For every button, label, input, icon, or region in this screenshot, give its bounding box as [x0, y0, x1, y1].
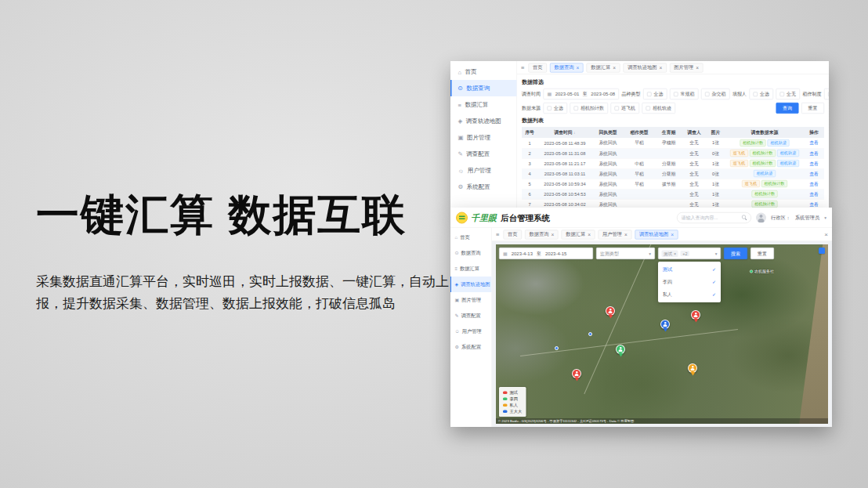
map-marker-yellow[interactable]	[688, 363, 698, 378]
lede: 一键汇算 数据互联 采集数据直通汇算平台，实时巡田，实时上报数据、一键汇算，自动…	[36, 186, 451, 314]
map-marker-green[interactable]	[616, 345, 626, 359]
view-link[interactable]: 查看	[809, 201, 819, 206]
filter-option[interactable]: 常规稻	[670, 89, 699, 99]
dropdown-option[interactable]: 测试✓	[658, 263, 721, 276]
list-section-title: 数据列表	[522, 117, 824, 124]
tab-data-calc[interactable]: 数据汇算×	[587, 63, 620, 72]
close-icon[interactable]: ×	[551, 232, 554, 237]
close-icon[interactable]: ×	[674, 251, 676, 256]
dropdown-option[interactable]: 私人✓	[658, 288, 721, 301]
source-tag: 巡飞机	[730, 150, 748, 157]
map-search-button[interactable]: 搜索	[724, 248, 747, 259]
filter-option[interactable]: 全选	[824, 89, 829, 99]
map-marker-red[interactable]	[572, 369, 582, 383]
close-icon[interactable]: ×	[624, 232, 627, 237]
sidebar-item-user-manage[interactable]: ☺用户管理	[450, 324, 492, 339]
chevron-down-icon[interactable]: ▾	[824, 215, 826, 221]
checkbox-icon	[574, 106, 579, 110]
search-input[interactable]	[681, 215, 742, 220]
sidebar-item-survey-config[interactable]: ✎调查配置	[450, 146, 517, 162]
close-icon[interactable]: ×	[613, 65, 616, 70]
map-marker-red[interactable]	[606, 306, 616, 320]
tab-track-map[interactable]: 调查轨迹地图×	[623, 63, 666, 72]
tab-data-query[interactable]: 数据查询×	[525, 230, 559, 239]
map-poi-icon[interactable]	[555, 346, 559, 350]
sidebar-item-image-manage[interactable]: ▣图片管理	[450, 292, 492, 308]
map-tool-icon[interactable]	[819, 248, 825, 254]
source-tag: 相机轨迹	[754, 170, 776, 177]
tab-data-calc[interactable]: 数据汇算×	[562, 230, 595, 239]
tab-home[interactable]: 首页	[503, 230, 522, 239]
source-tag: 相机轨迹	[777, 160, 799, 167]
sidebar-item-track-map[interactable]: ◈调查轨迹地图	[450, 277, 492, 292]
calc-icon: ≡	[455, 266, 458, 272]
legend-item: 王大大	[503, 408, 522, 414]
checkbox-icon	[548, 106, 552, 110]
date-range-input[interactable]: ▦ 2023-4-13 至 2023-4-15	[499, 248, 593, 259]
map-reset-button[interactable]: 重置	[750, 248, 774, 259]
view-link[interactable]: 查看	[809, 181, 819, 186]
global-search[interactable]	[677, 212, 751, 223]
map-icon: ◈	[458, 117, 463, 125]
table-row: 52023-05-08 10:59:34系统回执早稻拔节期全无1张 巡飞机相机拍…	[522, 179, 824, 189]
close-icon[interactable]: ×	[671, 232, 674, 237]
sidebar-item-user-manage[interactable]: ☺用户管理	[450, 162, 517, 179]
filter-option[interactable]: 相机拍计数	[570, 103, 609, 114]
pilot-multiselect[interactable]: 测试× +2 ▾	[658, 248, 721, 259]
date-range-input[interactable]: ▦ 2023-05-01 至 2023-05-08	[544, 89, 620, 99]
sidebar-item-track-map[interactable]: ◈调查轨迹地图	[450, 113, 517, 129]
sidebar-item-survey-config[interactable]: ✎调查配置	[450, 308, 492, 324]
filter-option[interactable]: 相机轨迹	[642, 103, 676, 114]
close-icon[interactable]: ×	[588, 232, 591, 237]
sidebar-item-home[interactable]: ⌂首页	[450, 230, 492, 245]
source-tag: 相机拍计数	[761, 180, 787, 187]
collapse-sidebar-icon[interactable]: ≡	[496, 231, 499, 238]
tab-data-query[interactable]: 数据查询×	[550, 63, 584, 72]
sort-icon[interactable]: ↓	[573, 130, 576, 135]
tab-user-manage[interactable]: 用户管理×	[598, 230, 631, 239]
filter-option[interactable]: 杂交稻	[701, 89, 730, 99]
map-marker-blue[interactable]	[660, 320, 671, 334]
sidebar-item-image-manage[interactable]: ▣图片管理	[450, 129, 517, 146]
gear-icon: ⚙	[455, 345, 459, 350]
tab-track-map[interactable]: 调查轨迹地图×	[635, 230, 678, 239]
avatar[interactable]	[756, 212, 766, 222]
search-icon[interactable]	[742, 215, 747, 221]
user-icon: ☺	[455, 329, 460, 334]
user-name[interactable]: 系统管理员	[795, 215, 819, 222]
sidebar-item-data-query[interactable]: ⊙数据查询	[450, 80, 517, 96]
filter-option[interactable]: 全选	[643, 89, 667, 99]
sidebar-item-data-calc[interactable]: ≡数据汇算	[450, 96, 517, 113]
sidebar-item-home[interactable]: ⌂首页	[450, 63, 517, 80]
dropdown-option[interactable]: 李四✓	[658, 276, 721, 288]
filter-option[interactable]: 巡飞机	[611, 103, 640, 114]
close-icon[interactable]: ×	[696, 65, 699, 70]
view-link[interactable]: 查看	[809, 171, 819, 175]
tab-home[interactable]: 首页	[528, 63, 547, 72]
close-icon[interactable]: ×	[576, 65, 579, 70]
close-icon[interactable]: ×	[659, 65, 662, 70]
collapse-sidebar-icon[interactable]: ≡	[521, 64, 524, 71]
filter-option[interactable]: 全无	[776, 89, 801, 99]
tab-image-manage[interactable]: 图片管理×	[670, 63, 703, 72]
view-link[interactable]: 查看	[809, 191, 819, 196]
filter-option[interactable]: 全选	[544, 103, 568, 114]
sidebar-item-system-config[interactable]: ⚙系统配置	[450, 339, 492, 355]
map-poi-icon[interactable]	[588, 332, 592, 336]
query-button[interactable]: 查询	[776, 103, 799, 114]
calendar-icon: ▦	[503, 251, 508, 256]
sidebar-item-system-config[interactable]: ⚙系统配置	[450, 179, 517, 195]
filter-option[interactable]: 全选	[750, 89, 774, 99]
view-link[interactable]: 查看	[809, 150, 819, 155]
view-link[interactable]: 查看	[809, 140, 819, 145]
page-title: 一键汇算 数据互联	[36, 186, 451, 244]
sidebar-item-data-calc[interactable]: ≡数据汇算	[450, 261, 492, 277]
close-icon[interactable]: ×	[824, 231, 828, 238]
sidebar-item-data-query[interactable]: ⊙数据查询	[450, 245, 492, 261]
map-marker-red[interactable]	[691, 310, 701, 324]
type-select[interactable]: 监测类型 ▾	[596, 248, 655, 259]
legend-dot-icon	[503, 403, 508, 407]
view-link[interactable]: 查看	[809, 161, 819, 165]
reset-button[interactable]: 重置	[801, 103, 824, 114]
satellite-map[interactable]: ▦ 2023-4-13 至 2023-4-15 监测类型 ▾ 测试×	[496, 244, 828, 424]
